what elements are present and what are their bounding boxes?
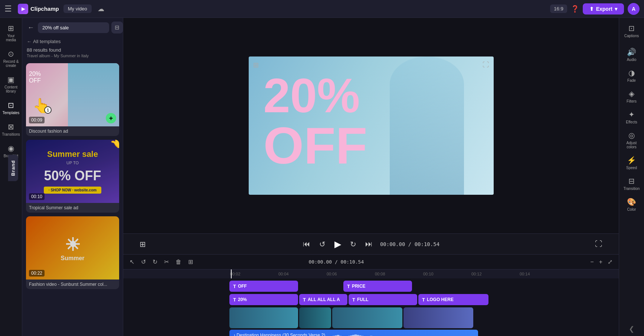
card-overlay-summer: 00:10 xyxy=(26,140,119,203)
right-tool-audio[interactable]: 🔊 Audio xyxy=(621,45,643,65)
sidebar-label-templates: Templates xyxy=(3,111,20,115)
video-track xyxy=(229,307,619,329)
help-icon[interactable]: ❓ xyxy=(571,5,579,13)
zoom-in-button[interactable]: + xyxy=(597,258,604,266)
clip-full[interactable]: T FULL xyxy=(349,294,417,305)
transition-icon: ⊟ xyxy=(628,177,635,185)
panel-header: ← All templates xyxy=(22,36,123,46)
avatar[interactable]: A xyxy=(628,3,640,15)
zoom-out-button[interactable]: − xyxy=(588,258,595,266)
audio-clip-label: ♪ Destination Happiness (30 Seconds Vers… xyxy=(233,333,325,336)
effects-icon: ✦ xyxy=(628,110,635,119)
ruler-mark-04: 00:04 xyxy=(278,272,326,276)
filter-button[interactable]: ⊟ xyxy=(111,22,123,33)
panel-back-button[interactable]: ← xyxy=(26,23,36,32)
text-clip-icon-5: T xyxy=(352,297,355,303)
color-label: Color xyxy=(627,207,636,211)
clip-20[interactable]: T 20% xyxy=(229,294,298,305)
brand-side-label: Brand xyxy=(8,155,18,181)
collapse-right-sidebar-button[interactable]: ❮ xyxy=(629,325,634,333)
right-tool-captions[interactable]: ⊡ Captions xyxy=(621,21,643,41)
filters-label: Filters xyxy=(627,99,637,103)
card-add-button-1[interactable]: + xyxy=(106,113,116,123)
ruler-mark-08: 00:08 xyxy=(374,272,422,276)
playhead[interactable] xyxy=(231,269,232,278)
cloud-icon: ☁ xyxy=(98,5,104,13)
merge-button[interactable]: ⊞ xyxy=(186,257,195,266)
rewind-button[interactable]: ↺ xyxy=(318,238,327,250)
right-tool-color[interactable]: 🎨 Color xyxy=(621,194,643,214)
fast-forward-button[interactable]: ↻ xyxy=(349,238,358,250)
right-tool-speed[interactable]: ⚡ Speed xyxy=(621,153,643,173)
undo-button[interactable]: ↺ xyxy=(139,257,148,266)
sidebar-item-content-library[interactable]: ▣ Content library xyxy=(1,72,21,96)
cursor-tool-button[interactable]: ↖ xyxy=(128,257,136,266)
fullscreen-button[interactable]: ⛶ xyxy=(594,238,604,250)
back-arrow-icon: ← xyxy=(27,39,32,44)
right-tool-filters[interactable]: ◈ Filters xyxy=(621,86,643,106)
panel-search-row: ← ⊟ xyxy=(22,18,123,36)
template-thumb-summer: Summer sale UP TO 50% OFF · SHOP NOW · w… xyxy=(26,140,119,203)
aspect-ratio-badge[interactable]: 16:9 xyxy=(550,4,567,13)
ruler-mark-10: 00:10 xyxy=(422,272,471,276)
template-card-fashion[interactable]: 20% OFF 00:09 + Use template Discount fa… xyxy=(26,63,119,136)
redo-button[interactable]: ↻ xyxy=(151,257,159,266)
filters-icon: ◈ xyxy=(629,89,634,98)
audio-label: Audio xyxy=(627,58,637,62)
captions-label: Captions xyxy=(624,34,639,38)
sidebar-item-record[interactable]: ⊙ Record & create xyxy=(1,46,21,71)
skip-forward-button[interactable]: ⏭ xyxy=(364,238,374,250)
audio-clip[interactable]: ♪ Destination Happiness (30 Seconds Vers… xyxy=(229,330,478,336)
topbar: ☰ ▶ Clipchamp My video ☁ 16:9 ❓ ⬆ Export… xyxy=(0,0,644,18)
crop-icon[interactable]: ⊞ xyxy=(253,61,259,69)
hamburger-icon[interactable]: ☰ xyxy=(4,4,12,14)
export-icon: ⬆ xyxy=(589,6,594,12)
ruler-mark-14: 00:14 xyxy=(519,272,567,276)
template-card-summer[interactable]: Summer sale UP TO 50% OFF · SHOP NOW · w… xyxy=(26,140,119,213)
clip-price[interactable]: T PRICE xyxy=(343,281,412,292)
card-time-2: 00:10 xyxy=(29,193,45,200)
all-templates-button[interactable]: ← All templates xyxy=(27,39,61,44)
timeline-tracks: T OFF T PRICE T 20% xyxy=(123,278,619,336)
ruler-mark-06: 00:06 xyxy=(326,272,374,276)
expand-timeline-button[interactable]: ⤢ xyxy=(606,258,614,266)
video-title[interactable]: My video xyxy=(63,4,92,13)
clip-logo[interactable]: T LOGO HERE xyxy=(418,294,488,305)
results-count: 88 results found xyxy=(27,47,118,53)
center-area: 20% OFF ⊞ ⛶ ⊞ ⏮ ↺ ▶ ↻ ⏭ 00:00.00 / 00:10… xyxy=(123,18,619,336)
cut-button[interactable]: ✂ xyxy=(162,257,171,266)
clip-all-label: ALL ALL ALL A xyxy=(308,297,340,302)
crop-button[interactable]: ⊞ xyxy=(138,238,147,250)
record-icon: ⊙ xyxy=(8,49,14,58)
right-tool-adjust-colors[interactable]: ◎ Adjust colors xyxy=(621,128,643,152)
right-tool-effects[interactable]: ✦ Effects xyxy=(621,107,643,127)
card-label-3: Fashion video - Sunburst Summer col... xyxy=(26,280,119,289)
clip-all[interactable]: T ALL ALL ALL A xyxy=(299,294,347,305)
main-layout: ⊞ Your media ⊙ Record & create ▣ Content… xyxy=(0,18,644,336)
card-overlay-orange: 00:22 xyxy=(26,216,119,280)
sidebar-label-transitions: Transitions xyxy=(2,132,20,136)
expand-icon[interactable]: ⛶ xyxy=(483,61,489,69)
template-thumb-fashion: 20% OFF 00:09 + Use template xyxy=(26,63,119,126)
clip-off[interactable]: T OFF xyxy=(229,281,298,292)
video-clip-3[interactable] xyxy=(332,307,402,328)
templates-icon: ⊡ xyxy=(8,101,14,110)
video-clip-4[interactable] xyxy=(403,307,473,328)
text-clip-icon-3: T xyxy=(233,297,236,303)
right-tool-fade[interactable]: ◑ Fade xyxy=(621,65,643,85)
video-clip-1[interactable] xyxy=(229,307,298,328)
right-tool-transition[interactable]: ⊟ Transition xyxy=(621,174,643,194)
fade-icon: ◑ xyxy=(628,68,635,77)
template-card-orange[interactable]: ☀ Summer 00:22 Fashion video - Sunburst … xyxy=(26,216,119,289)
sidebar-item-your-media[interactable]: ⊞ Your media xyxy=(1,21,21,45)
play-button[interactable]: ▶ xyxy=(333,238,343,251)
export-button[interactable]: ⬆ Export ▾ xyxy=(583,3,624,14)
sidebar-item-templates[interactable]: ⊡ Templates xyxy=(1,98,21,118)
transitions-icon: ⊠ xyxy=(8,122,14,131)
card-time-1: 00:09 xyxy=(29,117,45,123)
skip-back-button[interactable]: ⏮ xyxy=(301,238,312,250)
delete-button[interactable]: 🗑 xyxy=(174,258,183,266)
sidebar-item-transitions[interactable]: ⊠ Transitions xyxy=(1,119,21,139)
search-input[interactable] xyxy=(38,22,109,33)
video-clip-2[interactable] xyxy=(299,307,331,328)
